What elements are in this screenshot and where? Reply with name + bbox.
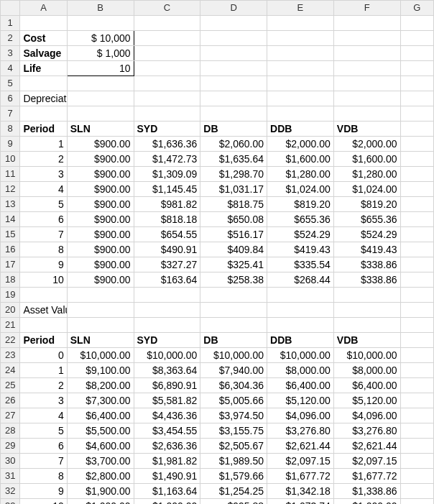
cell[interactable] (134, 46, 200, 61)
cell[interactable] (400, 439, 433, 454)
row-header[interactable]: 16 (1, 242, 20, 257)
cell[interactable] (333, 91, 400, 106)
cell[interactable]: $1,254.25 (200, 484, 267, 499)
row-header[interactable]: 23 (1, 348, 20, 363)
grid-row[interactable]: 179$900.00$327.27$325.41$335.54$338.86 (1, 257, 434, 272)
cell[interactable]: $4,436.36 (134, 408, 200, 423)
grid-row[interactable]: 230$10,000.00$10,000.00$10,000.00$10,000… (1, 348, 434, 363)
cell[interactable] (400, 212, 433, 227)
cell[interactable]: $6,400.00 (333, 378, 400, 393)
cell[interactable] (20, 288, 67, 303)
cell[interactable]: DB (200, 122, 267, 137)
cell[interactable]: 4 (20, 182, 67, 197)
row-header[interactable]: 18 (1, 272, 20, 288)
cell[interactable]: $1,989.50 (200, 454, 267, 469)
cell[interactable]: SYD (134, 122, 200, 137)
cell[interactable]: $327.27 (134, 257, 200, 272)
cell[interactable]: 0 (20, 348, 67, 363)
cell[interactable] (400, 363, 433, 378)
cell[interactable]: 3 (20, 167, 67, 182)
cell[interactable]: $8,000.00 (267, 363, 334, 378)
cell[interactable] (400, 499, 433, 505)
grid-row[interactable]: 263$7,300.00$5,581.82$5,005.66$5,120.00$… (1, 393, 434, 408)
grid-row[interactable]: 241$9,100.00$8,363.64$7,940.00$8,000.00$… (1, 363, 434, 378)
grid-row[interactable]: 4Life10 (1, 61, 434, 76)
cell[interactable] (333, 76, 400, 91)
cell[interactable]: $2,060.00 (200, 137, 267, 152)
cell[interactable]: 4 (20, 408, 67, 423)
cell[interactable]: $1,900.00 (67, 484, 134, 499)
cell[interactable]: $654.55 (134, 227, 200, 242)
row-header[interactable]: 10 (1, 152, 20, 167)
cell[interactable]: $1,000.00 (134, 499, 200, 505)
cell[interactable]: $1,579.66 (200, 469, 267, 484)
grid-row[interactable]: 6Depreciation Value (1, 91, 434, 106)
cell[interactable]: SYD (134, 333, 200, 348)
cell[interactable]: $1,073.74 (267, 499, 334, 505)
grid-row[interactable]: 91$900.00$1,636.36$2,060.00$2,000.00$2,0… (1, 137, 434, 152)
cell[interactable]: $1,280.00 (333, 167, 400, 182)
cell[interactable] (67, 76, 134, 91)
cell[interactable] (200, 46, 267, 61)
cell[interactable] (400, 348, 433, 363)
cell[interactable]: 8 (20, 242, 67, 257)
cell[interactable]: SLN (67, 333, 134, 348)
grid-row[interactable]: 168$900.00$490.91$409.84$419.43$419.43 (1, 242, 434, 257)
cell[interactable] (67, 16, 134, 31)
cell[interactable]: $3,974.50 (200, 408, 267, 423)
grid-row[interactable]: 307$3,700.00$1,981.82$1,989.50$2,097.15$… (1, 454, 434, 469)
cell[interactable] (400, 106, 433, 122)
cell[interactable]: $3,454.55 (134, 423, 200, 439)
row-header[interactable]: 8 (1, 122, 20, 137)
cell[interactable]: $995.88 (200, 499, 267, 505)
cell[interactable] (267, 16, 334, 31)
cell[interactable]: 9 (20, 257, 67, 272)
cell[interactable] (400, 16, 433, 31)
cell[interactable]: $409.84 (200, 242, 267, 257)
row-header[interactable]: 29 (1, 439, 20, 454)
row-header[interactable]: 14 (1, 212, 20, 227)
cell[interactable]: 10 (20, 499, 67, 505)
row-header[interactable]: 4 (1, 61, 20, 76)
cell[interactable]: Depreciation Value (20, 91, 67, 106)
cell[interactable]: Period (20, 333, 67, 348)
cell[interactable]: $650.08 (200, 212, 267, 227)
cell[interactable]: SLN (67, 122, 134, 137)
cell[interactable]: $1,600.00 (333, 152, 400, 167)
row-header[interactable]: 17 (1, 257, 20, 272)
cell[interactable]: $655.36 (333, 212, 400, 227)
cell[interactable] (67, 106, 134, 122)
cell[interactable]: $1,677.72 (267, 469, 334, 484)
cell[interactable]: $900.00 (67, 197, 134, 212)
cell[interactable] (20, 318, 67, 333)
row-header[interactable]: 7 (1, 106, 20, 122)
cell[interactable]: $335.54 (267, 257, 334, 272)
grid-row[interactable]: 5 (1, 76, 434, 91)
cell[interactable] (400, 484, 433, 499)
cell[interactable]: $1,000.00 (67, 499, 134, 505)
cell[interactable]: $2,621.44 (333, 439, 400, 454)
cell[interactable]: $819.20 (333, 197, 400, 212)
cell[interactable]: $6,400.00 (67, 408, 134, 423)
cell[interactable]: $338.86 (333, 257, 400, 272)
cell[interactable] (20, 16, 67, 31)
cell[interactable] (67, 318, 134, 333)
cell[interactable]: DDB (267, 333, 334, 348)
cell[interactable] (400, 91, 433, 106)
cell[interactable]: $2,000.00 (267, 137, 334, 152)
cell[interactable] (400, 393, 433, 408)
cell[interactable] (400, 454, 433, 469)
grid-row[interactable]: 8PeriodSLNSYDDBDDBVDB (1, 122, 434, 137)
cell[interactable]: $325.41 (200, 257, 267, 272)
cell[interactable] (200, 91, 267, 106)
row-header[interactable]: 31 (1, 469, 20, 484)
cell[interactable] (134, 288, 200, 303)
cell[interactable]: $900.00 (67, 227, 134, 242)
row-header[interactable]: 9 (1, 137, 20, 152)
cell[interactable]: $6,400.00 (267, 378, 334, 393)
cell[interactable]: $3,155.75 (200, 423, 267, 439)
cell[interactable]: $163.64 (134, 272, 200, 288)
cell[interactable]: $7,940.00 (200, 363, 267, 378)
cell[interactable]: $818.18 (134, 212, 200, 227)
cell[interactable]: $ 10,000 (67, 31, 134, 46)
